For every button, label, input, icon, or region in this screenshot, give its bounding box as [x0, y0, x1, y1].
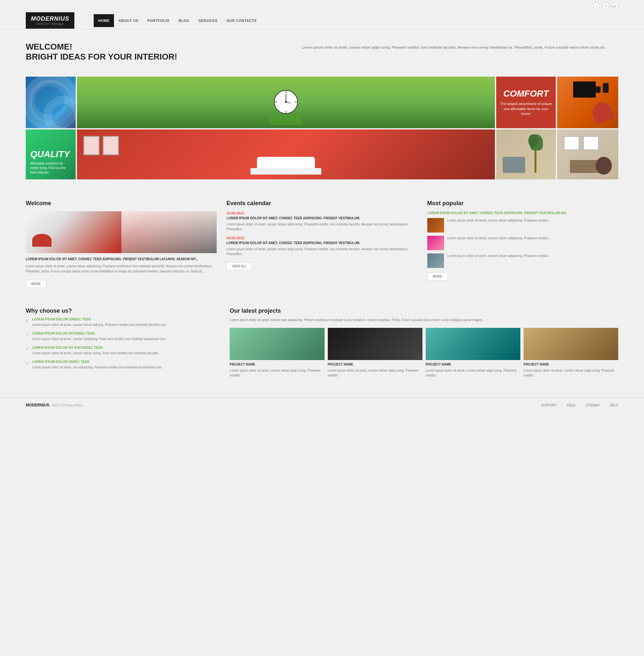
- event-1: 20.09.2013 LOREM IPSUM DOLOR SIT AMET, C…: [226, 211, 417, 231]
- project-card-4: PROJECT NAME Lorem ipsum dolor sit amet,…: [524, 328, 618, 378]
- events-column: Events calendar 20.09.2013 LOREM IPSUM D…: [226, 200, 417, 288]
- header: t f g+ MODERNIUS interior design HOME AB…: [0, 0, 644, 29]
- project-image-2: [328, 328, 422, 360]
- projects-heading: Our latest projects: [230, 308, 618, 314]
- popular-thumb-2: [427, 236, 444, 250]
- projects-description: Lorem ipsum dolor sit amet, consec taor …: [230, 318, 618, 323]
- logo[interactable]: MODERNIUS interior design: [26, 12, 74, 29]
- why-item-3: ✓ LOREM IPSUM DOLOR SIT AMCONSEC TEER. L…: [26, 346, 220, 356]
- why-column: Why choose us? ✓ LOREM IPSUM DOLORCONSEC…: [26, 308, 220, 378]
- footer-link-faqs[interactable]: FAQS: [567, 404, 575, 407]
- grid-row-top: COMFORT The largest assortment of unique…: [26, 77, 618, 128]
- why-item-2: ✓ LOREM IPSUM DOLOR SICONSEC TEER. Lorem…: [26, 332, 220, 341]
- why-check-icon-3: ✓: [26, 346, 29, 351]
- event-1-date: 20.09.2013: [226, 211, 417, 215]
- project-name-2: PROJECT NAME: [328, 363, 422, 366]
- nav-home[interactable]: HOME: [94, 14, 114, 27]
- project-image-3: [426, 328, 520, 360]
- why-item-1: ✓ LOREM IPSUM DOLORCONSEC TEER. Lorem ip…: [26, 318, 220, 327]
- project-name-4: PROJECT NAME: [524, 363, 618, 366]
- events-viewall-button[interactable]: VIEW ALL: [226, 262, 252, 270]
- project-name-1: PROJECT NAME: [230, 363, 324, 366]
- hero-description: Lorem ipsum dolor sit amet, consec tetue…: [302, 42, 618, 67]
- grid-cell-blue: [26, 77, 76, 128]
- footer-link-support[interactable]: SUPPORT: [541, 404, 557, 407]
- three-columns-section: Welcome LOREM IPSUM DOLOR SIT AMET, CONS…: [0, 190, 644, 298]
- bottom-section: Why choose us? ✓ LOREM IPSUM DOLORCONSEC…: [0, 298, 644, 387]
- project-image-4: [524, 328, 618, 360]
- nav-services[interactable]: SERVICES: [194, 14, 222, 27]
- footer-sep-1: •: [561, 404, 562, 407]
- projects-column: Our latest projects Lorem ipsum dolor si…: [230, 308, 618, 378]
- quality-desc: Affordable solutions for better living. …: [30, 161, 71, 175]
- why-title-1: LOREM IPSUM DOLORCONSEC TEER.: [32, 318, 167, 321]
- event-2-body: Lorem ipsum dolor sit amet, consec tetue…: [226, 247, 417, 256]
- popular-column: Most popular LOREM IPSUM DOLOR SIT AMET,…: [427, 200, 618, 288]
- top-bar: t f g+: [0, 0, 644, 12]
- why-title-4: LOREM IPSUM DOLOR ONSEC TEER.: [32, 360, 163, 364]
- nav-contacts[interactable]: OUR CONTACTS: [222, 14, 261, 27]
- popular-text-2: Lorem ipsum dolor sit amet, consec tetue…: [447, 236, 549, 241]
- welcome-image: [26, 211, 217, 253]
- footer-left: MODERNIUS 2013 © Privacy Policy: [26, 403, 83, 407]
- popular-main-link[interactable]: LOREM IPSUM DOLOR SIT AMET, CONSEC TEER …: [427, 211, 618, 215]
- why-text-3: Lorem ipsum dolor sit amet, consec tetue…: [32, 351, 159, 356]
- why-text-4: Lorem ipsum dolor sit amet, uer adipisci…: [32, 365, 163, 370]
- grid-cell-plant: [496, 130, 556, 179]
- why-heading: Why choose us?: [26, 308, 220, 314]
- nav-blog[interactable]: BLOG: [174, 14, 194, 27]
- event-2-title: LOREM IPSUM DOLOR SIT AMET, CONSEC TEER …: [226, 241, 417, 245]
- google-icon[interactable]: g+: [611, 3, 618, 10]
- comfort-desc: The largest assortment of unique and aff…: [500, 101, 553, 116]
- footer-link-help[interactable]: HELP: [610, 404, 618, 407]
- welcome-column: Welcome LOREM IPSUM DOLOR SIT AMET, CONS…: [26, 200, 217, 288]
- nav-portfolio[interactable]: PORTFOLIO: [143, 14, 174, 27]
- welcome-more-button[interactable]: MORE: [26, 280, 46, 288]
- popular-more-button[interactable]: MORE: [427, 272, 448, 280]
- grid-cell-green: [77, 77, 495, 128]
- event-2-date: 09.09.2013: [226, 236, 417, 240]
- why-check-icon-1: ✓: [26, 318, 29, 323]
- project-card-3: PROJECT NAME Lorem ipsum dolor sit amet,…: [426, 328, 520, 378]
- facebook-icon[interactable]: f: [602, 3, 609, 10]
- footer-link-sitemap[interactable]: SITEMAP: [585, 404, 600, 407]
- event-1-body: Lorem ipsum dolor sit amet, consec tetue…: [226, 222, 417, 231]
- footer-sep-3: •: [604, 404, 605, 407]
- comfort-title: COMFORT: [503, 89, 549, 99]
- hero-section: WELCOME! BRIGHT IDEAS FOR YOUR INTERIOR!…: [0, 29, 644, 77]
- popular-item-1: Lorem ipsum dolor sit amet, consec tetue…: [427, 218, 618, 232]
- project-name-3: PROJECT NAME: [426, 363, 520, 366]
- project-desc-2: Lorem ipsum dolor sit amet, consec tetue…: [328, 368, 422, 378]
- project-card-2: PROJECT NAME Lorem ipsum dolor sit amet,…: [328, 328, 422, 378]
- image-grid: COMFORT The largest assortment of unique…: [0, 77, 644, 190]
- project-image-1: [230, 328, 324, 360]
- nav-bar: MODERNIUS interior design HOME ABOUT US …: [0, 12, 644, 29]
- popular-heading: Most popular: [427, 200, 618, 207]
- popular-item-2: Lorem ipsum dolor sit amet, consec tetue…: [427, 236, 618, 250]
- footer: MODERNIUS 2013 © Privacy Policy SUPPORT …: [0, 397, 644, 412]
- project-desc-4: Lorem ipsum dolor sit amet, consec tetue…: [524, 368, 618, 378]
- why-check-icon-2: ✓: [26, 332, 29, 337]
- project-desc-3: Lorem ipsum dolor sit amet, consec tetue…: [426, 368, 520, 378]
- main-nav: HOME ABOUT US PORTFOLIO BLOG SERVICES OU…: [94, 14, 261, 27]
- welcome-heading: Welcome: [26, 200, 217, 207]
- welcome-headline: LOREM IPSUM DOLOR SIT AMET, CONSEC TEER …: [26, 257, 217, 261]
- popular-item-3: Lorem ipsum dolor sit amet, consec tetue…: [427, 253, 618, 268]
- events-heading: Events calendar: [226, 200, 417, 207]
- twitter-icon[interactable]: t: [593, 3, 600, 10]
- why-check-icon-4: ✓: [26, 361, 29, 365]
- grid-cell-comfort: COMFORT The largest assortment of unique…: [496, 77, 556, 128]
- grid-cell-quality: QUALITY Affordable solutions for better …: [26, 130, 76, 179]
- grid-row-bottom: QUALITY Affordable solutions for better …: [26, 130, 618, 179]
- grid-cell-red: [77, 130, 495, 179]
- hero-heading: WELCOME! BRIGHT IDEAS FOR YOUR INTERIOR!: [26, 42, 289, 62]
- projects-grid: PROJECT NAME Lorem ipsum dolor sit amet,…: [230, 328, 618, 378]
- nav-about[interactable]: ABOUT US: [114, 14, 143, 27]
- brand-tagline: interior design: [31, 22, 69, 25]
- svg-point-3: [285, 101, 287, 103]
- quality-title: QUALITY: [30, 149, 71, 159]
- popular-text-1: Lorem ipsum dolor sit amet, consec tetue…: [447, 218, 549, 223]
- footer-copy: 2013 © Privacy Policy: [52, 404, 83, 407]
- footer-links: SUPPORT • FAQS • SITEMAP • HELP: [541, 404, 618, 407]
- popular-thumb-1: [427, 218, 444, 232]
